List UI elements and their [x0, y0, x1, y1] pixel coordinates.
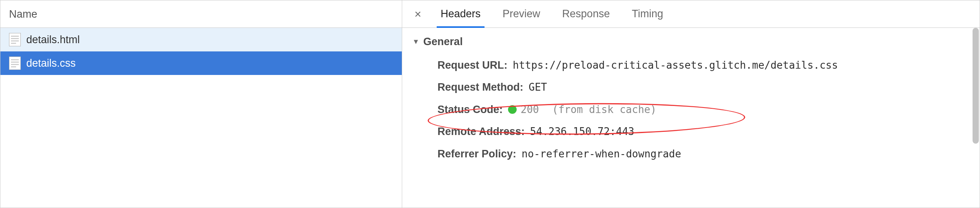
- svg-rect-1: [11, 36, 19, 37]
- section-title: General: [423, 36, 463, 48]
- tab-label: Preview: [503, 8, 540, 20]
- svg-rect-7: [11, 62, 19, 63]
- value-request-url: https://preload-critical-assets.glitch.m…: [513, 59, 838, 71]
- request-name: details.html: [26, 34, 80, 46]
- request-name: details.css: [26, 57, 76, 69]
- status-dot-icon: [508, 105, 517, 114]
- column-header-name: Name: [9, 8, 37, 20]
- vertical-scrollbar[interactable]: [973, 28, 979, 208]
- tab-preview[interactable]: Preview: [492, 0, 551, 27]
- svg-rect-6: [11, 59, 19, 60]
- svg-rect-5: [9, 57, 21, 70]
- value-referrer-policy: no-referrer-when-downgrade: [522, 148, 681, 160]
- scrollbar-thumb[interactable]: [973, 28, 979, 144]
- label-request-url: Request URL:: [437, 59, 508, 71]
- label-status-code: Status Code:: [437, 104, 503, 115]
- label-referrer-policy: Referrer Policy:: [437, 148, 516, 160]
- value-status-code: 200: [521, 104, 539, 115]
- svg-rect-8: [11, 64, 19, 65]
- label-remote-address: Remote Address:: [437, 126, 525, 137]
- tab-label: Headers: [441, 8, 481, 20]
- request-detail-pane: × Headers Preview Response Timing ▼ Gene…: [402, 0, 980, 208]
- row-remote-address: Remote Address: 54.236.150.72:443: [412, 120, 969, 142]
- row-referrer-policy: Referrer Policy: no-referrer-when-downgr…: [412, 143, 969, 165]
- request-list-header[interactable]: Name: [0, 0, 402, 28]
- tab-label: Timing: [632, 8, 663, 20]
- detail-tabs: × Headers Preview Response Timing: [402, 0, 980, 28]
- svg-rect-0: [9, 33, 21, 46]
- value-request-method: GET: [529, 81, 547, 93]
- chevron-down-icon: ▼: [412, 38, 419, 46]
- request-row[interactable]: details.html: [0, 28, 402, 51]
- value-status-note: (from disk cache): [552, 104, 657, 115]
- tab-timing[interactable]: Timing: [621, 0, 674, 27]
- label-request-method: Request Method:: [437, 81, 523, 93]
- section-general-toggle[interactable]: ▼ General: [412, 36, 969, 48]
- svg-rect-4: [11, 43, 16, 44]
- svg-rect-3: [11, 40, 19, 42]
- row-status-code: Status Code: 200 (from disk cache): [412, 99, 969, 120]
- svg-rect-2: [11, 38, 19, 39]
- headers-section-body: ▼ General Request URL: https://preload-c…: [402, 28, 980, 208]
- tab-response[interactable]: Response: [551, 0, 621, 27]
- svg-rect-9: [11, 66, 16, 68]
- devtools-network-panel: Name details.html: [0, 0, 980, 208]
- row-request-method: Request Method: GET: [412, 76, 969, 98]
- request-list: details.html details.css: [0, 28, 402, 208]
- tab-label: Response: [562, 8, 610, 20]
- tab-headers[interactable]: Headers: [430, 0, 492, 27]
- value-remote-address: 54.236.150.72:443: [530, 126, 634, 137]
- request-row[interactable]: details.css: [0, 51, 402, 75]
- close-icon[interactable]: ×: [406, 7, 430, 21]
- file-icon: [9, 57, 21, 70]
- row-request-url: Request URL: https://preload-critical-as…: [412, 54, 969, 76]
- request-list-pane: Name details.html: [0, 0, 402, 208]
- file-icon: [9, 33, 21, 46]
